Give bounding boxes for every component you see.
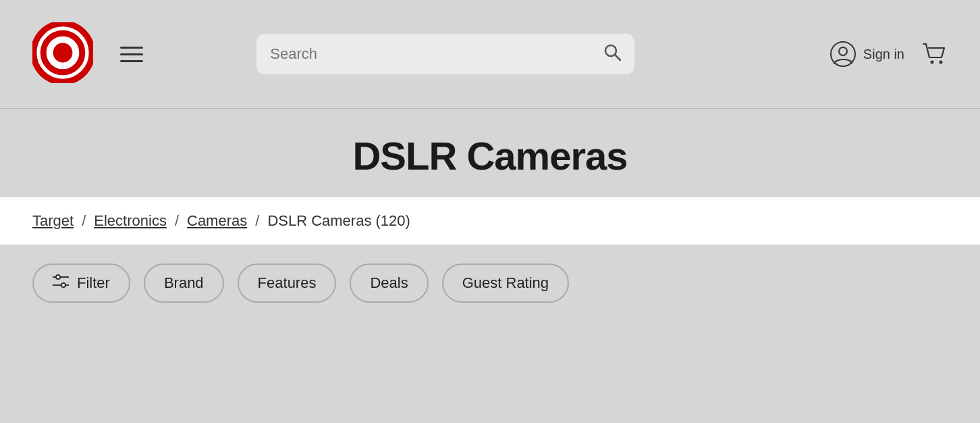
- header-right: Sign in: [829, 40, 948, 69]
- breadcrumb-electronics[interactable]: Electronics: [94, 212, 167, 230]
- brand-label: Brand: [164, 274, 204, 292]
- guest-rating-filter-button[interactable]: Guest Rating: [442, 264, 569, 303]
- svg-point-11: [56, 275, 60, 279]
- search-container: [256, 34, 634, 74]
- menu-button[interactable]: [115, 41, 148, 68]
- cart-icon: [921, 40, 948, 67]
- breadcrumb-cameras[interactable]: Cameras: [187, 212, 247, 230]
- deals-label: Deals: [370, 274, 408, 292]
- breadcrumb-target[interactable]: Target: [32, 212, 74, 230]
- svg-point-7: [839, 47, 847, 55]
- menu-icon: [120, 53, 143, 55]
- breadcrumb-bar: Target / Electronics / Cameras / DSLR Ca…: [0, 197, 980, 245]
- svg-line-5: [615, 55, 620, 60]
- filter-bar: Filter Brand Features Deals Guest Rating: [0, 245, 980, 322]
- search-bar: [256, 34, 634, 74]
- user-icon: [829, 41, 856, 68]
- filter-button[interactable]: Filter: [32, 264, 130, 303]
- sign-in-button[interactable]: Sign in: [829, 41, 904, 68]
- breadcrumb-current: DSLR Cameras (120): [267, 212, 410, 230]
- logo[interactable]: [32, 22, 93, 86]
- menu-icon: [120, 47, 143, 49]
- breadcrumb: Target / Electronics / Cameras / DSLR Ca…: [32, 212, 948, 230]
- page-title: DSLR Cameras: [0, 133, 980, 178]
- sign-in-label: Sign in: [863, 47, 904, 62]
- breadcrumb-sep-1: /: [82, 212, 86, 230]
- search-icon: [603, 43, 621, 65]
- guest-rating-label: Guest Rating: [462, 274, 549, 292]
- features-label: Features: [258, 274, 317, 292]
- breadcrumb-sep-2: /: [175, 212, 179, 230]
- breadcrumb-sep-3: /: [255, 212, 259, 230]
- page-title-area: DSLR Cameras: [0, 109, 980, 197]
- features-filter-button[interactable]: Features: [238, 264, 337, 303]
- brand-filter-button[interactable]: Brand: [144, 264, 224, 303]
- cart-button[interactable]: [921, 40, 948, 69]
- site-header: Sign in: [0, 0, 980, 108]
- menu-icon: [120, 60, 143, 62]
- svg-point-9: [940, 60, 943, 64]
- svg-point-3: [53, 43, 73, 63]
- deals-filter-button[interactable]: Deals: [350, 264, 428, 303]
- search-input[interactable]: [270, 45, 595, 63]
- filter-label: Filter: [77, 274, 110, 292]
- svg-point-8: [931, 60, 934, 64]
- filter-sliders-icon: [53, 274, 69, 292]
- svg-point-13: [61, 283, 65, 287]
